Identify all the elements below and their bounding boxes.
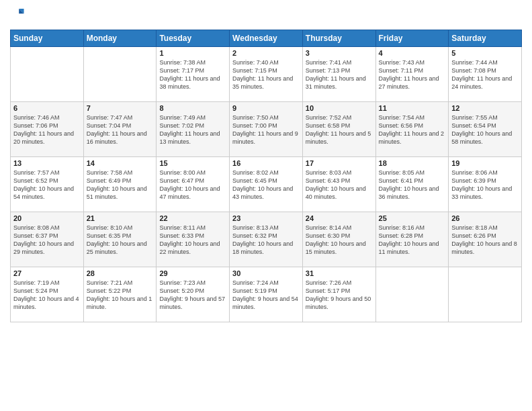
day-number: 7: [87, 104, 154, 112]
day-info: Sunrise: 7:57 AM Sunset: 6:52 PM Dayligh…: [13, 169, 81, 201]
header-cell-saturday: Saturday: [449, 30, 522, 47]
day-info: Sunrise: 8:08 AM Sunset: 6:37 PM Dayligh…: [13, 224, 81, 257]
day-number: 23: [232, 214, 300, 222]
day-cell: 12Sunrise: 7:55 AM Sunset: 6:54 PM Dayli…: [449, 102, 522, 157]
day-info: Sunrise: 7:58 AM Sunset: 6:49 PM Dayligh…: [87, 169, 154, 201]
day-cell: 18Sunrise: 8:05 AM Sunset: 6:41 PM Dayli…: [375, 157, 449, 212]
day-info: Sunrise: 7:26 AM Sunset: 5:17 PM Dayligh…: [306, 279, 373, 312]
day-cell: 24Sunrise: 8:14 AM Sunset: 6:30 PM Dayli…: [302, 212, 375, 267]
day-cell: [11, 47, 84, 102]
day-cell: 1Sunrise: 7:38 AM Sunset: 7:17 PM Daylig…: [157, 47, 230, 102]
day-number: 21: [87, 214, 154, 222]
day-info: Sunrise: 7:24 AM Sunset: 5:19 PM Dayligh…: [232, 279, 300, 312]
day-number: 14: [87, 159, 154, 167]
day-cell: 19Sunrise: 8:06 AM Sunset: 6:39 PM Dayli…: [449, 157, 522, 212]
week-row-4: 27Sunrise: 7:19 AM Sunset: 5:24 PM Dayli…: [11, 267, 522, 322]
day-info: Sunrise: 7:21 AM Sunset: 5:22 PM Dayligh…: [87, 279, 154, 312]
header-cell-monday: Monday: [83, 30, 157, 47]
day-cell: 30Sunrise: 7:24 AM Sunset: 5:19 PM Dayli…: [230, 267, 303, 322]
day-info: Sunrise: 8:02 AM Sunset: 6:45 PM Dayligh…: [232, 169, 300, 201]
day-cell: 13Sunrise: 7:57 AM Sunset: 6:52 PM Dayli…: [11, 157, 84, 212]
day-info: Sunrise: 8:14 AM Sunset: 6:30 PM Dayligh…: [306, 224, 373, 257]
day-info: Sunrise: 8:10 AM Sunset: 6:35 PM Dayligh…: [87, 224, 154, 257]
day-number: 25: [379, 214, 446, 222]
day-cell: 17Sunrise: 8:03 AM Sunset: 6:43 PM Dayli…: [302, 157, 375, 212]
day-number: 11: [379, 104, 446, 112]
day-cell: 21Sunrise: 8:10 AM Sunset: 6:35 PM Dayli…: [83, 212, 157, 267]
day-cell: 25Sunrise: 8:16 AM Sunset: 6:28 PM Dayli…: [375, 212, 449, 267]
day-info: Sunrise: 7:52 AM Sunset: 6:58 PM Dayligh…: [306, 113, 373, 146]
day-cell: [449, 267, 522, 322]
day-number: 3: [306, 49, 373, 57]
day-number: 28: [87, 269, 154, 277]
day-number: 6: [13, 104, 81, 112]
day-info: Sunrise: 8:18 AM Sunset: 6:26 PM Dayligh…: [451, 224, 519, 257]
day-number: 31: [306, 269, 373, 277]
day-info: Sunrise: 7:23 AM Sunset: 5:20 PM Dayligh…: [159, 279, 226, 312]
header-cell-tuesday: Tuesday: [157, 30, 230, 47]
day-number: 13: [13, 159, 81, 167]
day-number: 19: [451, 159, 519, 167]
day-info: Sunrise: 7:54 AM Sunset: 6:56 PM Dayligh…: [379, 113, 446, 146]
day-number: 1: [159, 49, 226, 57]
day-number: 12: [451, 104, 519, 112]
day-number: 29: [159, 269, 226, 277]
week-row-3: 20Sunrise: 8:08 AM Sunset: 6:37 PM Dayli…: [11, 212, 522, 267]
day-cell: 5Sunrise: 7:44 AM Sunset: 7:08 PM Daylig…: [449, 47, 522, 102]
day-number: 27: [13, 269, 81, 277]
header-cell-wednesday: Wednesday: [230, 30, 303, 47]
day-info: Sunrise: 8:13 AM Sunset: 6:32 PM Dayligh…: [232, 224, 300, 257]
day-info: Sunrise: 8:11 AM Sunset: 6:33 PM Dayligh…: [159, 224, 226, 257]
day-cell: 14Sunrise: 7:58 AM Sunset: 6:49 PM Dayli…: [83, 157, 157, 212]
day-cell: [375, 267, 449, 322]
logo: [10, 7, 26, 24]
day-cell: 23Sunrise: 8:13 AM Sunset: 6:32 PM Dayli…: [230, 212, 303, 267]
day-number: 26: [451, 214, 519, 222]
day-cell: 20Sunrise: 8:08 AM Sunset: 6:37 PM Dayli…: [11, 212, 84, 267]
day-cell: 4Sunrise: 7:43 AM Sunset: 7:11 PM Daylig…: [375, 47, 449, 102]
day-number: 8: [159, 104, 226, 112]
day-cell: 27Sunrise: 7:19 AM Sunset: 5:24 PM Dayli…: [11, 267, 84, 322]
day-cell: 29Sunrise: 7:23 AM Sunset: 5:20 PM Dayli…: [157, 267, 230, 322]
day-number: 22: [159, 214, 226, 222]
day-number: 10: [306, 104, 373, 112]
day-info: Sunrise: 7:40 AM Sunset: 7:15 PM Dayligh…: [232, 58, 300, 91]
day-cell: 26Sunrise: 8:18 AM Sunset: 6:26 PM Dayli…: [449, 212, 522, 267]
day-cell: 16Sunrise: 8:02 AM Sunset: 6:45 PM Dayli…: [230, 157, 303, 212]
day-number: 15: [159, 159, 226, 167]
day-cell: 31Sunrise: 7:26 AM Sunset: 5:17 PM Dayli…: [302, 267, 375, 322]
calendar-table: SundayMondayTuesdayWednesdayThursdayFrid…: [10, 30, 522, 322]
day-info: Sunrise: 7:41 AM Sunset: 7:13 PM Dayligh…: [306, 58, 373, 91]
logo-icon: [10, 7, 25, 21]
day-number: 4: [379, 49, 446, 57]
day-cell: 15Sunrise: 8:00 AM Sunset: 6:47 PM Dayli…: [157, 157, 230, 212]
day-info: Sunrise: 8:03 AM Sunset: 6:43 PM Dayligh…: [306, 169, 373, 201]
day-cell: 28Sunrise: 7:21 AM Sunset: 5:22 PM Dayli…: [83, 267, 157, 322]
day-info: Sunrise: 8:00 AM Sunset: 6:47 PM Dayligh…: [159, 169, 226, 201]
day-cell: 7Sunrise: 7:47 AM Sunset: 7:04 PM Daylig…: [83, 102, 157, 157]
day-info: Sunrise: 8:16 AM Sunset: 6:28 PM Dayligh…: [379, 224, 446, 257]
day-cell: 10Sunrise: 7:52 AM Sunset: 6:58 PM Dayli…: [302, 102, 375, 157]
day-info: Sunrise: 7:49 AM Sunset: 7:02 PM Dayligh…: [159, 113, 226, 146]
day-info: Sunrise: 7:44 AM Sunset: 7:08 PM Dayligh…: [451, 58, 519, 91]
day-cell: [83, 47, 157, 102]
day-cell: 8Sunrise: 7:49 AM Sunset: 7:02 PM Daylig…: [157, 102, 230, 157]
page-container: SundayMondayTuesdayWednesdayThursdayFrid…: [0, 0, 532, 411]
day-number: 24: [306, 214, 373, 222]
day-cell: 2Sunrise: 7:40 AM Sunset: 7:15 PM Daylig…: [230, 47, 303, 102]
day-number: 17: [306, 159, 373, 167]
day-info: Sunrise: 7:46 AM Sunset: 7:06 PM Dayligh…: [13, 113, 81, 146]
day-cell: 6Sunrise: 7:46 AM Sunset: 7:06 PM Daylig…: [11, 102, 84, 157]
week-row-1: 6Sunrise: 7:46 AM Sunset: 7:06 PM Daylig…: [11, 102, 522, 157]
day-info: Sunrise: 7:19 AM Sunset: 5:24 PM Dayligh…: [13, 279, 81, 312]
day-info: Sunrise: 7:47 AM Sunset: 7:04 PM Dayligh…: [87, 113, 154, 146]
day-info: Sunrise: 7:50 AM Sunset: 7:00 PM Dayligh…: [232, 113, 300, 146]
day-number: 16: [232, 159, 300, 167]
day-number: 2: [232, 49, 300, 57]
day-number: 18: [379, 159, 446, 167]
day-number: 20: [13, 214, 81, 222]
header: [10, 7, 522, 24]
header-row: SundayMondayTuesdayWednesdayThursdayFrid…: [11, 30, 522, 47]
day-info: Sunrise: 8:06 AM Sunset: 6:39 PM Dayligh…: [451, 169, 519, 201]
day-info: Sunrise: 8:05 AM Sunset: 6:41 PM Dayligh…: [379, 169, 446, 201]
